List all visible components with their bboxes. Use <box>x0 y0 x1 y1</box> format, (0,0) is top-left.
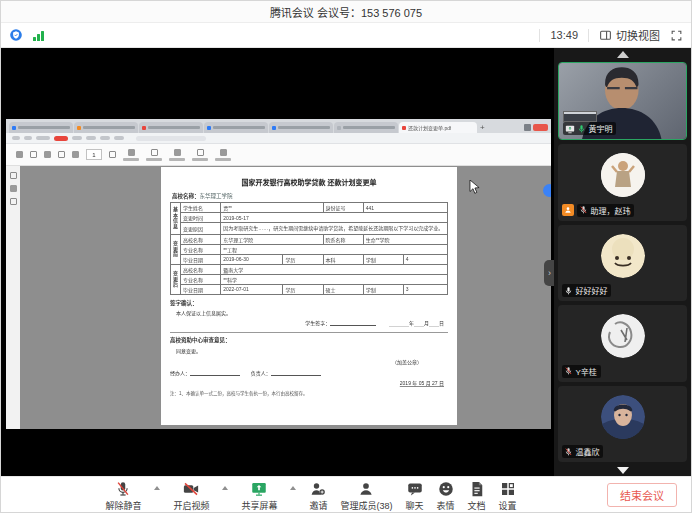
docs-button[interactable]: 文档 <box>468 480 486 512</box>
settings-button[interactable]: 设置 <box>499 480 517 512</box>
mic-muted-icon <box>114 480 132 498</box>
school-value: 东华理工学院 <box>200 193 233 199</box>
meeting-security-icon[interactable] <box>9 28 23 42</box>
section-basic: 基本信息 <box>171 203 181 235</box>
cell-label: 学历 <box>283 254 323 264</box>
manage-members-button[interactable]: 管理成员(38) <box>340 480 392 512</box>
cell-label: 学制 <box>363 284 403 294</box>
new-tab-icon: + <box>480 123 485 132</box>
document-table: 基本信息 学生姓名 贾** 身份证号 441 变更时间 2019-05-17 <box>170 202 448 295</box>
cell-value: **工程 <box>221 244 448 254</box>
smiley-icon <box>437 480 455 498</box>
cell-label: 毕业日期 <box>181 254 221 264</box>
chat-button[interactable]: 聊天 <box>406 480 424 512</box>
chat-bubble-icon <box>406 480 424 498</box>
shared-browser-tab <box>334 122 398 133</box>
participant-tile[interactable]: 黄宇明 <box>558 62 687 140</box>
share-screen-label: 共享屏幕 <box>241 499 277 512</box>
cell-value: 2022-07-01 <box>221 284 283 294</box>
start-video-button[interactable]: 开启视频 <box>173 480 209 512</box>
cell-value: 2019-05-17 <box>221 213 448 223</box>
cell-value: 4 <box>403 254 447 264</box>
emoji-button[interactable]: 表情 <box>437 480 455 512</box>
handler-label: 经办人： <box>170 370 190 376</box>
cell-value: 因为考取研究生……，研究生期间需继续申请助学贷款，希望能延长还款期限以下学习以完… <box>221 223 448 235</box>
network-status-icon[interactable] <box>33 30 44 41</box>
cell-label: 高校名称 <box>181 234 221 244</box>
divider <box>539 29 540 42</box>
header-toolbar: 13:49 切换视图 <box>1 23 691 48</box>
browser-assistant-fab <box>543 184 551 197</box>
shared-browser-window: 还款计划变更单.pdf + <box>6 119 551 429</box>
review-section: 高校资助中心审查意见： 同意变更。 （加盖公章） 经办人： 负责人： 2019 … <box>170 332 448 386</box>
manager-label: 负责人： <box>251 370 271 376</box>
cell-label: 身份证号 <box>323 203 363 213</box>
meeting-window: 腾讯会议 会议号：153 576 075 13:49 切换视图 <box>0 0 692 513</box>
shared-browser-tab <box>204 122 268 133</box>
content-area: 还款计划变更单.pdf + <box>1 48 691 476</box>
chevron-down-icon <box>617 467 629 474</box>
invite-button[interactable]: 邀请 <box>309 480 327 512</box>
pdf-side-strip <box>6 166 20 429</box>
end-meeting-button[interactable]: 结束会议 <box>607 483 677 507</box>
camera-muted-icon <box>182 480 200 498</box>
cell-value: **科学 <box>221 274 448 284</box>
unmute-button[interactable]: 解除静音 <box>105 480 141 512</box>
shared-screen-stage: 还款计划变更单.pdf + <box>1 48 554 476</box>
document-page: 国家开发银行高校助学贷款 还款计划变更单 高校名称：东华理工学院 基本信息 学生… <box>161 167 457 425</box>
cell-label: 专业名称 <box>181 244 221 254</box>
cell-value: 441 <box>363 203 447 213</box>
pdf-view: 国家开发银行高校助学贷款 还款计划变更单 高校名称：东华理工学院 基本信息 学生… <box>6 166 551 429</box>
emoji-label: 表情 <box>437 499 455 512</box>
mic-muted-icon <box>564 447 573 457</box>
title-bar: 腾讯会议 会议号：153 576 075 <box>1 1 691 23</box>
share-screen-button[interactable]: 共享屏幕 <box>241 480 277 512</box>
video-options-caret[interactable] <box>222 486 228 490</box>
document-icon <box>468 480 486 498</box>
participant-tile[interactable]: 好好好好 <box>558 225 687 301</box>
signature-heading: 签字确认： <box>170 299 448 307</box>
scroll-up-button[interactable] <box>554 48 691 60</box>
cell-label: 学历 <box>283 284 323 294</box>
browser-account-pill <box>533 124 548 131</box>
scroll-down-button[interactable] <box>554 464 691 476</box>
cell-label: 院系名称 <box>323 234 363 244</box>
manage-members-label: 管理成员(38) <box>340 499 392 512</box>
pdf-page-input: 1 <box>86 149 102 160</box>
school-label: 高校名称： <box>172 193 200 199</box>
chat-label: 聊天 <box>406 499 424 512</box>
switch-view-button[interactable]: 切换视图 <box>599 27 660 43</box>
participant-tile[interactable]: 温鑫欣 <box>558 386 687 462</box>
cell-value: 2019-06-30 <box>221 254 283 264</box>
smiley-avatar <box>601 234 645 278</box>
participant-tile[interactable]: 助理，赵玮 <box>558 144 687 220</box>
members-icon <box>357 480 375 498</box>
docs-label: 文档 <box>468 499 486 512</box>
settings-label: 设置 <box>499 499 517 512</box>
share-screen-icon <box>250 480 268 498</box>
switch-view-label: 切换视图 <box>616 27 660 43</box>
shared-browser-bookmarkrow <box>6 133 551 144</box>
cell-value: 本科 <box>323 254 363 264</box>
share-options-caret[interactable] <box>290 486 296 490</box>
mic-on-icon <box>577 124 586 134</box>
photo-avatar <box>601 395 645 439</box>
avatar <box>601 395 645 439</box>
cell-label: 变更时间 <box>181 213 221 223</box>
cell-label: 学生姓名 <box>181 203 221 213</box>
section-after: 变更后 <box>171 264 181 294</box>
shared-browser-tab <box>9 122 73 133</box>
participant-tile[interactable]: Y辛桂 <box>558 305 687 381</box>
cell-label: 学制 <box>363 254 403 264</box>
shared-browser-tabstrip: 还款计划变更单.pdf + <box>6 119 551 133</box>
fullscreen-icon[interactable] <box>670 29 683 42</box>
avatar <box>601 314 645 358</box>
mic-options-caret[interactable] <box>154 486 160 490</box>
signature-date-blank: ＿＿＿＿年＿＿月＿＿日 <box>389 320 444 326</box>
shared-browser-tab <box>269 122 333 133</box>
search-bar <box>136 136 206 141</box>
mic-muted-icon <box>579 205 588 215</box>
sidebar-collapse-handle[interactable]: › <box>544 260 554 286</box>
section-before: 变更前 <box>171 234 181 264</box>
participant-name: 黄宇明 <box>588 123 612 134</box>
